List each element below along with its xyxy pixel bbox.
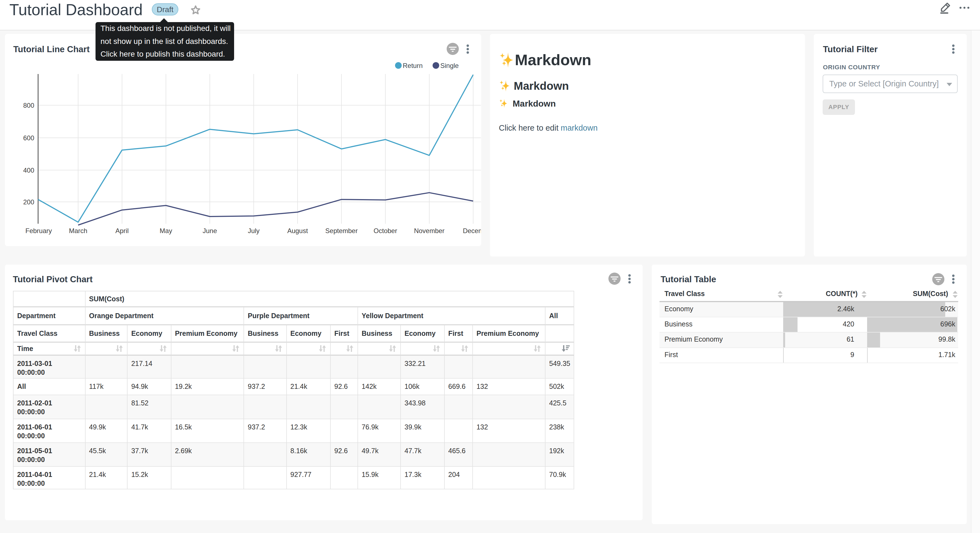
svg-text:May: May (159, 227, 172, 235)
svg-text:August: August (287, 227, 308, 235)
svg-text:600: 600 (23, 134, 34, 142)
svg-text:200: 200 (23, 198, 34, 206)
svg-text:Single: Single (440, 62, 459, 69)
svg-text:December: December (463, 227, 481, 235)
svg-text:July: July (248, 227, 260, 235)
svg-text:400: 400 (23, 166, 34, 174)
svg-text:October: October (374, 227, 397, 235)
svg-text:800: 800 (23, 102, 34, 109)
svg-text:March: March (69, 227, 88, 235)
svg-text:September: September (325, 227, 358, 235)
svg-text:June: June (203, 227, 217, 235)
svg-text:Return: Return (403, 62, 423, 69)
svg-text:November: November (414, 227, 445, 235)
svg-text:February: February (25, 227, 52, 235)
svg-text:April: April (115, 227, 129, 235)
